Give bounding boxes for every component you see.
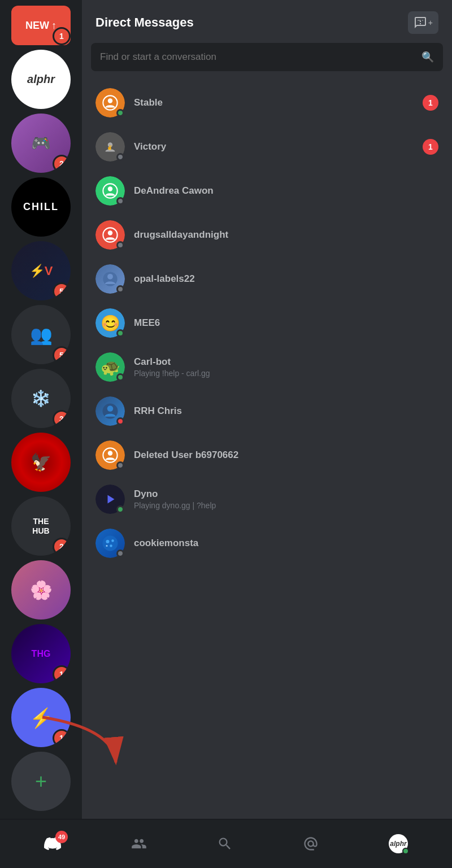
server-badge-na: 5 bbox=[53, 282, 71, 300]
deandrea-name: DeAndrea Cawon bbox=[134, 185, 438, 197]
server-icon-na[interactable]: ⚡V 5 bbox=[11, 241, 71, 300]
svg-point-19 bbox=[111, 539, 114, 542]
na-icon: ⚡V bbox=[29, 264, 53, 278]
svg-point-12 bbox=[107, 405, 114, 412]
dm-item-deleted[interactable]: Deleted User b6970662 bbox=[86, 434, 447, 477]
svg-point-21 bbox=[106, 545, 108, 547]
victory-name: Victory bbox=[134, 141, 423, 152]
bottom-nav: 49 alphr bbox=[0, 819, 452, 868]
dm-item-rrh[interactable]: RRH Chris bbox=[86, 390, 447, 433]
group-icon: 👥 bbox=[30, 324, 53, 346]
dm-list: Stable 1 ✌ Victory 1 bbox=[82, 80, 452, 819]
opal-name: opal-labels22 bbox=[134, 273, 438, 285]
svg-point-6 bbox=[108, 186, 112, 191]
dm-avatar-victory: ✌ bbox=[95, 132, 125, 162]
friends-icon bbox=[131, 836, 147, 852]
svg-text:✌: ✌ bbox=[107, 145, 113, 151]
server-icon-group[interactable]: 👥 5 bbox=[11, 305, 71, 364]
dm-item-dyno[interactable]: Dyno Playing dyno.gg | ?help bbox=[86, 478, 447, 521]
server-badge-thunder: 1 bbox=[53, 729, 71, 747]
dm-avatar-deandrea bbox=[95, 176, 125, 206]
chill-label: CHILL bbox=[23, 201, 59, 213]
server-badge-thg: 1 bbox=[53, 665, 71, 683]
server-icon-purple[interactable]: 🎮 2 bbox=[11, 114, 71, 173]
server-badge-squad: 3 bbox=[53, 410, 71, 428]
dyno-status-dot bbox=[116, 505, 124, 513]
server-icon-thunder[interactable]: ⚡ 1 bbox=[11, 688, 71, 747]
search-container[interactable]: 🔍 bbox=[91, 43, 443, 71]
alphr-label: alphr bbox=[27, 73, 55, 86]
deandrea-status-dot bbox=[116, 197, 124, 205]
server-badge-group: 5 bbox=[53, 346, 71, 364]
nav-item-home[interactable]: 49 bbox=[35, 831, 70, 857]
search-input[interactable] bbox=[100, 51, 421, 63]
dm-item-carlbot[interactable]: 🐢 Carl-bot Playing !help - carl.gg bbox=[86, 346, 447, 389]
dm-title: Direct Messages bbox=[95, 15, 194, 30]
anime-icon: 🌸 bbox=[30, 579, 53, 601]
thunder-icon: ⚡ bbox=[29, 706, 53, 729]
purple-icon: 🎮 bbox=[31, 134, 51, 152]
dm-item-drugs[interactable]: drugsalldayandnight bbox=[86, 213, 447, 256]
dm-avatar-rrh bbox=[95, 396, 125, 426]
stable-name: Stable bbox=[134, 97, 423, 108]
carlbot-status-dot bbox=[116, 373, 124, 381]
svg-point-17 bbox=[103, 536, 118, 551]
dm-header: Direct Messages + bbox=[82, 0, 452, 43]
nav-item-mentions[interactable] bbox=[294, 831, 328, 856]
search-icon: 🔍 bbox=[421, 51, 434, 63]
dm-item-victory[interactable]: ✌ Victory 1 bbox=[86, 125, 447, 168]
nav-item-profile[interactable]: alphr bbox=[380, 830, 417, 858]
nav-item-friends[interactable] bbox=[122, 831, 156, 856]
red-icon: 🦅 bbox=[31, 452, 51, 472]
stable-status-dot bbox=[116, 109, 124, 117]
deleted-status-dot bbox=[116, 461, 124, 469]
profile-online-dot bbox=[402, 848, 409, 854]
dyno-name: Dyno bbox=[134, 488, 438, 500]
carlbot-status-text: Playing !help - carl.gg bbox=[134, 369, 438, 378]
mentions-icon bbox=[303, 836, 319, 852]
search-nav-icon bbox=[217, 836, 233, 852]
new-dm-button[interactable]: + bbox=[408, 11, 438, 34]
dm-item-cookiemonsta[interactable]: cookiemonsta bbox=[86, 522, 447, 565]
home-badge: 49 bbox=[55, 831, 68, 843]
server-icon-red[interactable]: 🦅 bbox=[11, 433, 71, 492]
mee6-name: MEE6 bbox=[134, 317, 438, 329]
dm-info-drugs: drugsalldayandnight bbox=[134, 229, 438, 241]
dm-item-stable[interactable]: Stable 1 bbox=[86, 81, 447, 124]
server-icon-anime[interactable]: 🌸 bbox=[11, 560, 71, 620]
dm-avatar-deleted bbox=[95, 440, 125, 470]
dm-avatar-stable bbox=[95, 88, 125, 117]
dm-info-mee6: MEE6 bbox=[134, 317, 438, 329]
cookiemonsta-status-dot bbox=[116, 549, 124, 557]
dm-item-opal[interactable]: opal-labels22 bbox=[86, 258, 447, 300]
svg-point-8 bbox=[108, 230, 112, 235]
new-dm-icon bbox=[414, 16, 427, 29]
dyno-status-text: Playing dyno.gg | ?help bbox=[134, 501, 438, 510]
server-badge-hub: 2 bbox=[53, 538, 71, 556]
dm-avatar-drugs bbox=[95, 220, 125, 250]
dm-info-deleted: Deleted User b6970662 bbox=[134, 450, 438, 461]
server-icon-alphr[interactable]: alphr bbox=[11, 50, 71, 109]
dm-info-opal: opal-labels22 bbox=[134, 273, 438, 285]
dm-info-rrh: RRH Chris bbox=[134, 405, 438, 417]
victory-unread-badge: 1 bbox=[423, 139, 438, 155]
cookiemonsta-name: cookiemonsta bbox=[134, 538, 438, 549]
add-icon: + bbox=[35, 770, 47, 793]
dm-avatar-mee6: 😊 bbox=[95, 308, 125, 338]
svg-point-18 bbox=[106, 540, 110, 543]
drugs-status-dot bbox=[116, 241, 124, 249]
dm-avatar-opal bbox=[95, 264, 125, 294]
dm-item-deandrea[interactable]: DeAndrea Cawon bbox=[86, 169, 447, 212]
server-icon-chill[interactable]: CHILL bbox=[11, 177, 71, 237]
carlbot-name: Carl-bot bbox=[134, 356, 438, 368]
server-icon-hub[interactable]: THEHUB 2 bbox=[11, 496, 71, 556]
server-icon-new[interactable]: NEW ↑ 1 bbox=[11, 6, 71, 45]
server-icon-thg[interactable]: THG 1 bbox=[11, 624, 71, 683]
svg-point-10 bbox=[107, 274, 113, 280]
drugs-name: drugsalldayandnight bbox=[134, 229, 438, 241]
dm-item-mee6[interactable]: 😊 MEE6 bbox=[86, 302, 447, 344]
nav-item-search[interactable] bbox=[208, 831, 242, 856]
server-icon-squad[interactable]: ❄️ 3 bbox=[11, 369, 71, 428]
opal-status-dot bbox=[116, 285, 124, 293]
add-server-button[interactable]: + bbox=[11, 752, 71, 811]
